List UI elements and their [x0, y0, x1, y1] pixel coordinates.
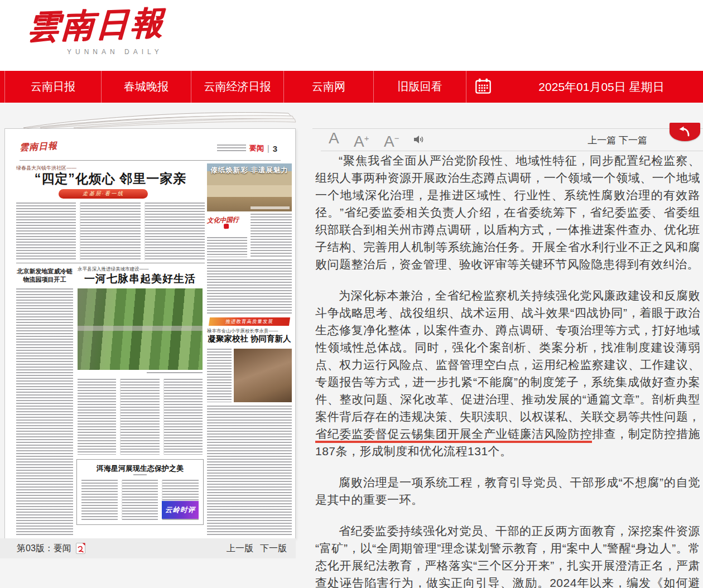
prev-page-link[interactable]: 上一版 [227, 543, 253, 555]
article4-aerial-photo[interactable] [78, 288, 203, 370]
page-number: 3 [273, 144, 277, 153]
back-to-list-button[interactable] [670, 123, 700, 141]
paragraph-text: 为深化标本兼治，全省纪检监察机关持续强化党风廉政建设和反腐败斗争战略思考、战役组… [315, 289, 700, 423]
placeholder-text [207, 406, 292, 535]
site-logo-text: 雲南日報 [26, 1, 166, 50]
placeholder-text [207, 237, 247, 257]
article4-text-columns [78, 379, 203, 455]
yunling-commentary-logo: 云岭时评 [162, 501, 199, 519]
article1-text-columns [16, 203, 205, 261]
site-logo[interactable]: 雲南日報 YUNNAN DAILY [27, 3, 165, 56]
article3-headline-line2: 物流园项目开工 [23, 276, 66, 283]
page-divider-rule [16, 263, 205, 263]
photo-road-detail [78, 326, 203, 331]
toolbar-bottom-rule [321, 151, 703, 151]
section-label: 要闻 [249, 143, 264, 153]
current-date: 2025年01月05日 星期日 [500, 71, 703, 103]
nav-item-yunnan-net[interactable]: 云南网 [283, 71, 373, 103]
placeholder-text [251, 214, 292, 257]
article5-headline[interactable]: 凝聚家校社 协同育新人 [207, 334, 292, 344]
article5-photo[interactable] [234, 349, 292, 402]
speaker-icon [412, 138, 425, 148]
placeholder-text [80, 203, 140, 261]
placeholder-text [16, 203, 76, 261]
next-page-link[interactable]: 下一版 [260, 543, 287, 555]
font-size-increase-button[interactable]: A+ [354, 129, 369, 151]
article5-ribbon: 推进教育高质量发展 [209, 317, 290, 326]
mini-masthead: 雲南日報 [19, 140, 57, 154]
article-paragraph: “聚焦我省全面从严治党阶段性、地域性特征，同步配置纪检监察、组织人事两种资源开展… [315, 152, 700, 273]
article3-headline[interactable]: 北京新发地宣威冷链 物流园项目开工 [16, 267, 73, 284]
placeholder-text [81, 480, 118, 520]
nav-item-yunnan-daily[interactable]: 云南日报 [4, 71, 101, 103]
mini-dateline-placeholder [217, 144, 246, 153]
placeholder-text [207, 259, 292, 314]
placeholder-text [120, 379, 159, 455]
article2-headline: 傣纸焕新彩 非遗展魅力 [208, 166, 291, 175]
article1-headline[interactable]: “四定”化烦心 邻里一家亲 [16, 170, 205, 187]
article6-box: 洱海星河展现生态保护之美 云岭时评 [76, 459, 204, 525]
font-size-decrease-button[interactable]: A− [384, 129, 399, 151]
main-nav: 云南日报 春城晚报 云南经济日报 云南网 旧版回看 2025年01月05日 星期… [0, 71, 703, 103]
calendar-button[interactable] [466, 71, 500, 103]
article3-headline-line1: 北京新发地宣威冷链 [17, 268, 73, 274]
article-body: “聚焦我省全面从严治党阶段性、地域性特征，同步配置纪检监察、组织人事两种资源开展… [315, 152, 700, 588]
article-paragraph: 为深化标本兼治，全省纪检监察机关持续强化党风廉政建设和反腐败斗争战略思考、战役组… [315, 287, 700, 460]
culture-china-logo-text: 文化中国行 [206, 215, 239, 224]
pdf-icon[interactable] [76, 543, 85, 554]
article-paragraph: 腐败治理是一项系统工程，教育引导党员、干部形成“不想腐”的自觉是其中的重要一环。 [315, 474, 700, 508]
culture-china-logo: 文化中国行 [206, 215, 247, 233]
article-pager: 上一篇 下一篇 [588, 134, 647, 147]
read-aloud-button[interactable] [412, 133, 425, 148]
placeholder-text [145, 203, 205, 261]
return-arrow-icon [677, 125, 694, 139]
nav-item-chuncheng-evening[interactable]: 春城晚报 [101, 71, 191, 103]
article4-headline[interactable]: 一河七脉串起美好生活 [78, 272, 203, 286]
section-separator: | [267, 144, 269, 153]
nav-item-yunnan-economic-daily[interactable]: 云南经济日报 [191, 71, 283, 103]
article-paragraph: 省纪委监委持续强化对党员、干部的正反两方面教育，深挖案件资源“富矿”，以“全周期… [315, 522, 700, 588]
nav-item-old-editions[interactable]: 旧版回看 [373, 71, 466, 103]
article2-photo-caption-placeholder [251, 206, 290, 209]
placeholder-text [122, 480, 158, 520]
page-stack-decoration [7, 109, 297, 131]
red-seal-icon [224, 224, 229, 229]
page-canvas: 雲南日報 YUNNAN DAILY 云南日报 春城晚报 云南经济日报 云南网 旧… [0, 0, 703, 588]
site-logo-subtitle: YUNNAN DAILY [67, 48, 165, 56]
toolbar-top-rule [312, 128, 703, 129]
article4-caption-placeholder [147, 372, 203, 375]
page-navigation-bar: 第03版：要闻 上一版 下一版 [0, 538, 296, 558]
prev-article-link[interactable]: 上一篇 [588, 135, 616, 146]
placeholder-text [163, 379, 203, 455]
article1-column-ribbon: 走基层·看一线 [59, 189, 148, 199]
placeholder-text [78, 379, 116, 455]
article6-headline[interactable]: 洱海星河展现生态保护之美 [77, 464, 203, 474]
font-size-default-button[interactable]: A [329, 129, 339, 148]
newspaper-page-thumbnail: 雲南日報 要闻 | 3 绿春县大兴镇牛洪社区—— “四定”化烦心 邻里一家亲 走… [4, 128, 296, 539]
site-header: 雲南日報 YUNNAN DAILY [0, 0, 703, 71]
page-label: 第03版：要闻 [17, 543, 71, 555]
mini-masthead-right: 要闻 | 3 [217, 143, 277, 153]
red-underlined-text: 省纪委监委督促云锡集团开展全产业链廉洁风险防控 [315, 427, 592, 443]
next-article-link[interactable]: 下一篇 [619, 135, 647, 146]
calendar-icon [475, 78, 492, 97]
masthead-rule [20, 160, 281, 161]
placeholder-text [16, 288, 73, 536]
article2-photo[interactable]: 傣纸焕新彩 非遗展魅力 [207, 163, 292, 211]
placeholder-text [207, 349, 232, 402]
article6-byline-placeholder [133, 474, 147, 476]
